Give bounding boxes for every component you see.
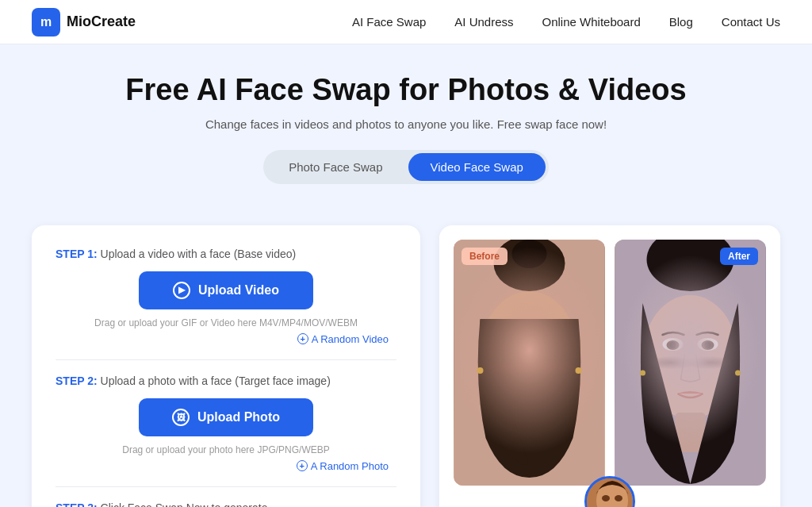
svg-point-23	[670, 342, 676, 348]
step1-description: Upload a video with a face (Base video)	[101, 248, 297, 260]
main-content: STEP 1: Upload a video with a face (Base…	[0, 225, 812, 507]
step2-drag-hint: Drag or upload your photo here JPG/PNG/W…	[56, 444, 396, 455]
nav-item-online-whiteboard[interactable]: Online Whiteboard	[542, 15, 641, 29]
step1-drag-hint: Drag or upload your GIF or Video here M4…	[56, 317, 396, 328]
upload-photo-icon: 🖼	[172, 409, 190, 426]
logo-name: MioCreate	[67, 13, 136, 30]
svg-point-18	[647, 240, 734, 291]
nav-item-contact-us[interactable]: Contact Us	[722, 15, 780, 29]
svg-point-10	[544, 340, 552, 348]
random-photo-icon: +	[297, 460, 308, 471]
svg-point-5	[500, 336, 523, 350]
svg-point-15	[602, 495, 610, 501]
tab-photo-face-swap[interactable]: Photo Face Swap	[266, 153, 404, 181]
svg-rect-0	[454, 240, 605, 486]
svg-point-2	[512, 240, 547, 268]
svg-point-19	[643, 295, 738, 419]
step3-description: Click Face Swap Now to generate	[101, 501, 268, 507]
mode-tabs: Photo Face Swap Video Face Swap	[263, 150, 549, 184]
upload-video-button[interactable]: ▶ Upload Video	[139, 271, 313, 309]
svg-point-22	[667, 340, 680, 350]
swap-overlay: ↷	[584, 476, 635, 507]
divider-1	[56, 359, 396, 360]
upload-panel: STEP 1: Upload a video with a face (Base…	[32, 225, 420, 507]
main-nav: AI Face Swap AI Undress Online Whiteboar…	[352, 15, 780, 29]
svg-point-7	[508, 340, 515, 348]
nav-item-blog[interactable]: Blog	[669, 15, 693, 29]
upload-photo-button[interactable]: 🖼 Upload Photo	[139, 398, 313, 436]
logo-letter: m	[40, 15, 52, 29]
step2-num: STEP 2:	[56, 374, 98, 387]
nav-item-ai-undress[interactable]: AI Undress	[454, 15, 513, 29]
step2-label: STEP 2: Upload a photo with a face (Targ…	[56, 374, 396, 387]
step1-label: STEP 1: Upload a video with a face (Base…	[56, 248, 396, 260]
svg-point-16	[615, 495, 622, 501]
header: m MioCreate AI Face Swap AI Undress Onli…	[0, 0, 812, 44]
logo-area: m MioCreate	[32, 8, 136, 36]
svg-point-9	[541, 338, 555, 349]
tab-video-face-swap[interactable]: Video Face Swap	[408, 153, 546, 181]
before-badge: Before	[462, 248, 508, 265]
logo-icon: m	[32, 8, 60, 36]
step3-label: STEP 3: Click Face Swap Now to generate	[56, 501, 396, 507]
random-video-link[interactable]: + A Random Video	[56, 333, 396, 345]
random-video-icon: +	[297, 333, 308, 344]
svg-point-11	[477, 367, 484, 374]
svg-point-6	[504, 338, 519, 349]
preview-panel: Before ▶ ↷	[439, 225, 780, 507]
hero-subtitle: Change faces in videos and photos to any…	[16, 117, 796, 131]
hero-section: Free AI Face Swap for Photos & Videos Ch…	[0, 44, 812, 225]
nav-item-ai-face-swap[interactable]: AI Face Swap	[352, 15, 426, 29]
step2-description: Upload a photo with a face (Target face …	[101, 374, 331, 387]
svg-point-25	[702, 340, 714, 350]
svg-point-24	[698, 338, 718, 351]
after-card: After ▶	[615, 240, 766, 507]
swap-face-circle	[584, 476, 635, 507]
after-face-image	[615, 240, 766, 486]
random-photo-label: A Random Photo	[311, 460, 389, 472]
svg-rect-3	[514, 414, 546, 454]
step1-num: STEP 1:	[56, 248, 98, 260]
upload-video-icon: ▶	[173, 282, 190, 299]
svg-point-27	[640, 370, 645, 375]
upload-video-label: Upload Video	[198, 283, 279, 298]
after-badge: After	[720, 248, 758, 265]
svg-rect-20	[676, 413, 706, 452]
svg-point-26	[705, 342, 711, 348]
before-face-image	[454, 240, 605, 486]
svg-point-21	[663, 338, 684, 351]
svg-point-28	[735, 370, 741, 375]
svg-point-12	[576, 367, 582, 374]
svg-rect-17	[615, 240, 766, 486]
svg-point-4	[481, 291, 579, 418]
before-card: Before ▶	[454, 240, 605, 507]
step3-num: STEP 3:	[56, 501, 98, 507]
divider-2	[56, 486, 396, 487]
hero-title: Free AI Face Swap for Photos & Videos	[16, 73, 796, 108]
random-photo-link[interactable]: + A Random Photo	[56, 460, 396, 472]
upload-photo-label: Upload Photo	[197, 410, 280, 424]
random-video-label: A Random Video	[312, 333, 389, 345]
svg-point-8	[537, 336, 559, 350]
